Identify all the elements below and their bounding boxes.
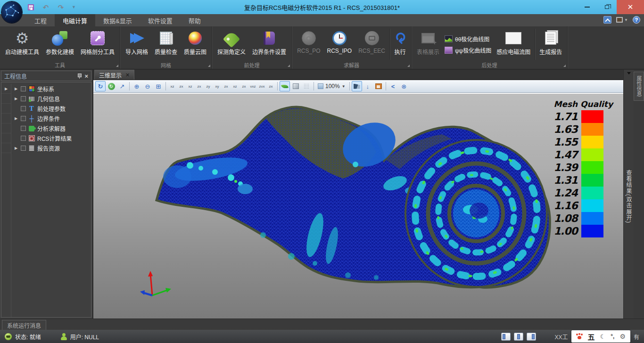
group-expand-icon[interactable] — [116, 65, 118, 67]
grid-view-icon[interactable] — [301, 81, 312, 91]
rcs-po-button[interactable]: RCS_PO — [294, 28, 323, 61]
wireframe-view-icon[interactable] — [290, 81, 301, 91]
close-button[interactable]: ✕ — [617, 0, 644, 14]
expander-icon[interactable]: ▶ — [13, 87, 19, 91]
generate-report-button[interactable]: 生成报告 — [536, 28, 565, 61]
results-collapsed-bar[interactable]: 查看结果(双击展开) — [623, 70, 634, 318]
expander-icon[interactable]: ▶ — [13, 116, 19, 121]
view-orientation-button[interactable]: vxz — [248, 82, 257, 91]
help-icon[interactable]: ? — [633, 16, 640, 24]
ime-toolbar[interactable]: 五 ☾ °, ⚙ — [571, 330, 630, 343]
mesh-partition-button[interactable]: 网格剖分工具 — [77, 28, 118, 61]
property-info-tab[interactable]: 属性信息 — [634, 72, 644, 101]
view-orientation-button[interactable]: zx — [177, 82, 186, 91]
down-arrow-icon[interactable]: ↓ — [363, 81, 373, 91]
close-view-icon[interactable]: ⊗ — [399, 81, 409, 91]
export-image-icon[interactable] — [373, 81, 384, 91]
shaded-view-icon[interactable] — [280, 81, 290, 91]
theta-curve-button[interactable]: θθ极化曲线图 — [443, 34, 493, 43]
zoom-out-icon[interactable]: ⊖ — [142, 81, 153, 91]
rotate-view-icon[interactable]: ↻ — [95, 81, 106, 91]
view-orientation-button[interactable]: zx — [222, 82, 231, 91]
view-orientation-button[interactable]: xz — [186, 82, 195, 91]
detect-angle-button[interactable]: 探测角定义 — [214, 28, 249, 61]
execute-button[interactable]: ⟳ 执行 — [391, 28, 409, 61]
tree-checkbox[interactable] — [21, 116, 26, 121]
layout-center-button[interactable] — [514, 333, 523, 341]
system-messages-tab[interactable]: 系统运行消息 — [2, 320, 46, 330]
view-orientation-button[interactable]: xy — [213, 82, 222, 91]
group-expand-icon[interactable] — [407, 65, 410, 67]
view-orientation-button[interactable]: zy — [204, 82, 213, 91]
tree-checkbox[interactable] — [21, 146, 26, 151]
tree-checkbox[interactable] — [21, 126, 26, 131]
view-orientation-button[interactable]: zvx — [257, 82, 266, 91]
undo-icon[interactable]: ↶ — [41, 3, 50, 11]
ime-mode-label[interactable]: 五 — [588, 332, 595, 342]
zoom-in-icon[interactable]: ⊕ — [132, 81, 142, 91]
tree-item-coordinate-system[interactable]: ▶ 坐标系 — [1, 84, 91, 94]
tab-3d-display[interactable]: 三维显示 ✕ — [94, 70, 134, 80]
tab-data-display[interactable]: 数据&显示 — [95, 14, 140, 26]
view-orientation-button[interactable]: zx — [195, 82, 204, 91]
pin-icon[interactable] — [77, 73, 82, 79]
punctuation-icon[interactable]: °, — [611, 333, 614, 340]
zoom-level-combo[interactable]: 100% ▼ — [316, 81, 347, 91]
layout-left-button[interactable] — [501, 333, 511, 341]
share-icon[interactable]: < — [388, 81, 398, 91]
view-orientation-button[interactable]: zx — [239, 82, 248, 91]
gutter-expander-icon[interactable]: ▶ — [1, 84, 11, 94]
viewport-3d[interactable]: Mesh Quality 1.711.631.551.471.391.311.2… — [93, 93, 623, 318]
expander-icon[interactable]: ▶ — [13, 97, 19, 101]
expander-icon[interactable]: ▶ — [13, 146, 19, 150]
minimize-button[interactable] — [577, 0, 597, 14]
quality-check-button[interactable]: 质量检查 — [151, 28, 181, 61]
group-expand-icon[interactable] — [208, 65, 210, 67]
tab-engineering[interactable]: 工程 — [26, 14, 55, 26]
tree-checkbox[interactable] — [21, 136, 26, 141]
launch-modeling-button[interactable]: ⚙ 启动建模工具 — [2, 28, 42, 61]
tab-help[interactable]: 帮助 — [181, 14, 209, 26]
rcs-eec-button[interactable]: RCS_EEC — [355, 28, 388, 61]
clip-view-icon[interactable] — [352, 81, 362, 91]
tab-software-settings[interactable]: 软件设置 — [140, 14, 181, 26]
tree-item-geometry-info[interactable]: ▶ 几何信息 — [1, 94, 91, 104]
collapse-ribbon-icon[interactable] — [603, 16, 611, 24]
import-mesh-button[interactable]: 导入网格 — [122, 28, 151, 61]
tree-item-preprocess-params[interactable]: T 前处理参数 — [1, 104, 91, 114]
rcs-ipo-button[interactable]: RCS_IPO — [323, 28, 355, 61]
group-expand-icon[interactable] — [563, 65, 566, 67]
zoom-fit-icon[interactable]: ⊞ — [153, 81, 164, 91]
window-layout-icon[interactable]: ▼ — [616, 17, 628, 23]
parametric-modeling-button[interactable]: 参数化建模 — [42, 28, 77, 61]
tree-item-report-resources[interactable]: ▶ 报告资源 — [1, 143, 91, 153]
restore-button[interactable] — [597, 0, 617, 14]
panel-close-icon[interactable]: × — [84, 73, 88, 80]
qat-dropdown-icon[interactable]: ▼ — [72, 5, 76, 9]
table-show-button[interactable]: 表格展示 — [413, 28, 443, 61]
tab-em-compute[interactable]: 电磁计算 — [55, 14, 95, 26]
tree-item-rcs-results[interactable]: RCS计算结果 — [1, 133, 91, 143]
quality-cloud-button[interactable]: 质量云图 — [181, 28, 210, 61]
ime-settings-icon[interactable]: ⚙ — [619, 333, 626, 340]
orbit-icon[interactable]: ↻ — [106, 81, 116, 91]
save-icon[interactable] — [26, 3, 35, 11]
induced-current-button[interactable]: 感应电磁流图 — [493, 28, 534, 61]
tree-item-boundary-conditions[interactable]: ▶ ┼ 边界条件 — [1, 114, 91, 123]
tree-checkbox[interactable] — [21, 86, 26, 91]
group-expand-icon[interactable] — [288, 65, 290, 67]
view-orientation-button[interactable]: xz — [168, 82, 177, 91]
view-orientation-button[interactable]: xz — [231, 82, 239, 91]
pan-icon[interactable]: ↗ — [117, 81, 127, 91]
tree-checkbox[interactable] — [21, 96, 26, 101]
tree-checkbox[interactable] — [21, 106, 26, 111]
redo-icon[interactable]: ↷ — [57, 3, 65, 11]
layout-right-button[interactable] — [527, 333, 536, 341]
boundary-settings-button[interactable]: 边界条件设置 — [249, 28, 289, 61]
moon-icon[interactable]: ☾ — [600, 333, 606, 340]
ime-logo-icon[interactable] — [576, 334, 583, 340]
app-logo-icon[interactable] — [1, 1, 22, 23]
tab-close-icon[interactable]: ✕ — [125, 72, 130, 78]
tree-item-analysis-solver[interactable]: 分析求解器 — [1, 123, 91, 133]
view-orientation-button[interactable]: zx — [266, 82, 275, 91]
